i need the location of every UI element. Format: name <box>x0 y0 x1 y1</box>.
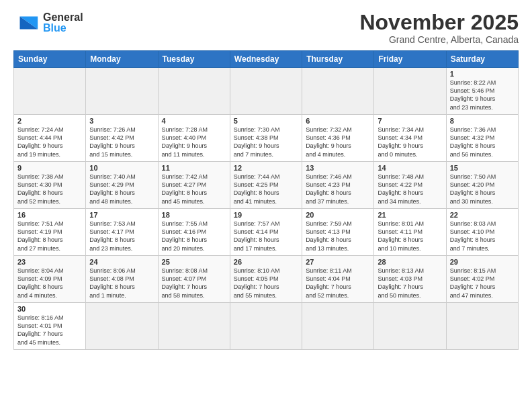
calendar-cell: 13Sunrise: 7:46 AM Sunset: 4:23 PM Dayli… <box>302 162 374 209</box>
day-number: 4 <box>162 117 226 125</box>
calendar-cell: 12Sunrise: 7:44 AM Sunset: 4:25 PM Dayli… <box>230 162 302 209</box>
calendar-cell: 7Sunrise: 7:34 AM Sunset: 4:34 PM Daylig… <box>374 115 446 162</box>
logo-word2: Blue <box>43 23 83 34</box>
day-info: Sunrise: 7:24 AM Sunset: 4:44 PM Dayligh… <box>17 126 82 158</box>
header-saturday: Saturday <box>446 51 518 68</box>
calendar-header: Sunday Monday Tuesday Wednesday Thursday… <box>14 51 519 68</box>
calendar-cell: 20Sunrise: 7:59 AM Sunset: 4:13 PM Dayli… <box>302 209 374 256</box>
day-info: Sunrise: 8:01 AM Sunset: 4:11 PM Dayligh… <box>378 220 442 253</box>
calendar-cell: 16Sunrise: 7:51 AM Sunset: 4:19 PM Dayli… <box>14 209 86 256</box>
calendar-cell <box>302 68 374 115</box>
calendar-cell: 10Sunrise: 7:40 AM Sunset: 4:29 PM Dayli… <box>86 162 158 209</box>
day-info: Sunrise: 7:42 AM Sunset: 4:27 PM Dayligh… <box>162 173 226 205</box>
calendar-cell <box>302 303 374 350</box>
header-monday: Monday <box>86 51 158 68</box>
calendar-cell <box>158 303 230 350</box>
day-info: Sunrise: 7:46 AM Sunset: 4:23 PM Dayligh… <box>306 173 370 205</box>
calendar-cell: 23Sunrise: 8:04 AM Sunset: 4:09 PM Dayli… <box>14 256 86 303</box>
day-number: 19 <box>234 211 298 219</box>
day-info: Sunrise: 8:11 AM Sunset: 4:04 PM Dayligh… <box>306 267 370 300</box>
days-header-row: Sunday Monday Tuesday Wednesday Thursday… <box>14 51 519 68</box>
day-info: Sunrise: 8:10 AM Sunset: 4:05 PM Dayligh… <box>234 267 298 300</box>
day-info: Sunrise: 8:16 AM Sunset: 4:01 PM Dayligh… <box>17 314 82 347</box>
day-number: 12 <box>234 164 298 172</box>
day-number: 11 <box>162 164 226 172</box>
calendar-cell <box>14 68 86 115</box>
calendar-cell: 2Sunrise: 7:24 AM Sunset: 4:44 PM Daylig… <box>14 115 86 162</box>
day-info: Sunrise: 7:57 AM Sunset: 4:14 PM Dayligh… <box>234 220 298 253</box>
title-area: November 2025 Grand Centre, Alberta, Can… <box>359 11 519 45</box>
calendar-cell: 14Sunrise: 7:48 AM Sunset: 4:22 PM Dayli… <box>374 162 446 209</box>
day-info: Sunrise: 7:48 AM Sunset: 4:22 PM Dayligh… <box>378 173 442 205</box>
calendar-cell: 15Sunrise: 7:50 AM Sunset: 4:20 PM Dayli… <box>446 162 518 209</box>
day-number: 16 <box>17 211 82 219</box>
calendar-week-1: 2Sunrise: 7:24 AM Sunset: 4:44 PM Daylig… <box>14 115 519 162</box>
calendar-cell <box>374 68 446 115</box>
day-info: Sunrise: 7:59 AM Sunset: 4:13 PM Dayligh… <box>306 220 370 253</box>
calendar-cell: 19Sunrise: 7:57 AM Sunset: 4:14 PM Dayli… <box>230 209 302 256</box>
day-info: Sunrise: 8:04 AM Sunset: 4:09 PM Dayligh… <box>17 267 82 300</box>
calendar-cell: 5Sunrise: 7:30 AM Sunset: 4:38 PM Daylig… <box>230 115 302 162</box>
day-number: 21 <box>378 211 442 219</box>
calendar-cell: 28Sunrise: 8:13 AM Sunset: 4:03 PM Dayli… <box>374 256 446 303</box>
calendar-cell: 9Sunrise: 7:38 AM Sunset: 4:30 PM Daylig… <box>14 162 86 209</box>
day-number: 8 <box>450 117 515 125</box>
calendar-cell: 25Sunrise: 8:08 AM Sunset: 4:07 PM Dayli… <box>158 256 230 303</box>
header-tuesday: Tuesday <box>158 51 230 68</box>
day-info: Sunrise: 7:38 AM Sunset: 4:30 PM Dayligh… <box>17 173 82 205</box>
calendar-cell <box>86 303 158 350</box>
day-number: 18 <box>162 211 226 219</box>
calendar-cell: 30Sunrise: 8:16 AM Sunset: 4:01 PM Dayli… <box>14 303 86 350</box>
day-info: Sunrise: 8:06 AM Sunset: 4:08 PM Dayligh… <box>89 267 154 300</box>
day-info: Sunrise: 8:03 AM Sunset: 4:10 PM Dayligh… <box>450 220 515 253</box>
day-number: 26 <box>234 258 298 266</box>
day-number: 1 <box>450 70 515 78</box>
day-info: Sunrise: 7:28 AM Sunset: 4:40 PM Dayligh… <box>162 126 226 158</box>
logo-word1: General <box>43 12 83 23</box>
calendar-cell: 21Sunrise: 8:01 AM Sunset: 4:11 PM Dayli… <box>374 209 446 256</box>
day-info: Sunrise: 7:55 AM Sunset: 4:16 PM Dayligh… <box>162 220 226 253</box>
day-info: Sunrise: 7:30 AM Sunset: 4:38 PM Dayligh… <box>234 126 298 158</box>
day-info: Sunrise: 7:44 AM Sunset: 4:25 PM Dayligh… <box>234 173 298 205</box>
day-info: Sunrise: 7:36 AM Sunset: 4:32 PM Dayligh… <box>450 126 515 158</box>
calendar-cell <box>230 303 302 350</box>
day-info: Sunrise: 8:15 AM Sunset: 4:02 PM Dayligh… <box>450 267 515 300</box>
calendar-cell <box>446 303 518 350</box>
calendar-cell: 18Sunrise: 7:55 AM Sunset: 4:16 PM Dayli… <box>158 209 230 256</box>
page: General Blue November 2025 Grand Centre,… <box>0 0 532 357</box>
calendar-cell <box>230 68 302 115</box>
day-info: Sunrise: 8:22 AM Sunset: 5:46 PM Dayligh… <box>450 79 515 111</box>
day-info: Sunrise: 7:50 AM Sunset: 4:20 PM Dayligh… <box>450 173 515 205</box>
day-number: 13 <box>306 164 370 172</box>
day-number: 9 <box>17 164 82 172</box>
calendar-body: 1Sunrise: 8:22 AM Sunset: 5:46 PM Daylig… <box>14 68 519 350</box>
header-sunday: Sunday <box>14 51 86 68</box>
day-number: 28 <box>378 258 442 266</box>
calendar-cell: 24Sunrise: 8:06 AM Sunset: 4:08 PM Dayli… <box>86 256 158 303</box>
logo-icon <box>13 11 40 35</box>
calendar-cell: 1Sunrise: 8:22 AM Sunset: 5:46 PM Daylig… <box>446 68 518 115</box>
day-info: Sunrise: 7:32 AM Sunset: 4:36 PM Dayligh… <box>306 126 370 158</box>
day-info: Sunrise: 8:08 AM Sunset: 4:07 PM Dayligh… <box>162 267 226 300</box>
day-number: 6 <box>306 117 370 125</box>
day-info: Sunrise: 7:34 AM Sunset: 4:34 PM Dayligh… <box>378 126 442 158</box>
calendar-cell: 22Sunrise: 8:03 AM Sunset: 4:10 PM Dayli… <box>446 209 518 256</box>
calendar-cell: 29Sunrise: 8:15 AM Sunset: 4:02 PM Dayli… <box>446 256 518 303</box>
calendar-cell <box>158 68 230 115</box>
calendar-week-5: 30Sunrise: 8:16 AM Sunset: 4:01 PM Dayli… <box>14 303 519 350</box>
day-number: 5 <box>234 117 298 125</box>
calendar: Sunday Monday Tuesday Wednesday Thursday… <box>13 50 519 350</box>
day-number: 2 <box>17 117 82 125</box>
calendar-week-0: 1Sunrise: 8:22 AM Sunset: 5:46 PM Daylig… <box>14 68 519 115</box>
day-info: Sunrise: 7:51 AM Sunset: 4:19 PM Dayligh… <box>17 220 82 253</box>
header-friday: Friday <box>374 51 446 68</box>
day-number: 25 <box>162 258 226 266</box>
day-number: 7 <box>378 117 442 125</box>
calendar-cell: 17Sunrise: 7:53 AM Sunset: 4:17 PM Dayli… <box>86 209 158 256</box>
day-number: 10 <box>89 164 154 172</box>
subtitle: Grand Centre, Alberta, Canada <box>359 34 519 45</box>
calendar-cell: 4Sunrise: 7:28 AM Sunset: 4:40 PM Daylig… <box>158 115 230 162</box>
calendar-cell: 26Sunrise: 8:10 AM Sunset: 4:05 PM Dayli… <box>230 256 302 303</box>
calendar-cell <box>86 68 158 115</box>
day-number: 17 <box>89 211 154 219</box>
